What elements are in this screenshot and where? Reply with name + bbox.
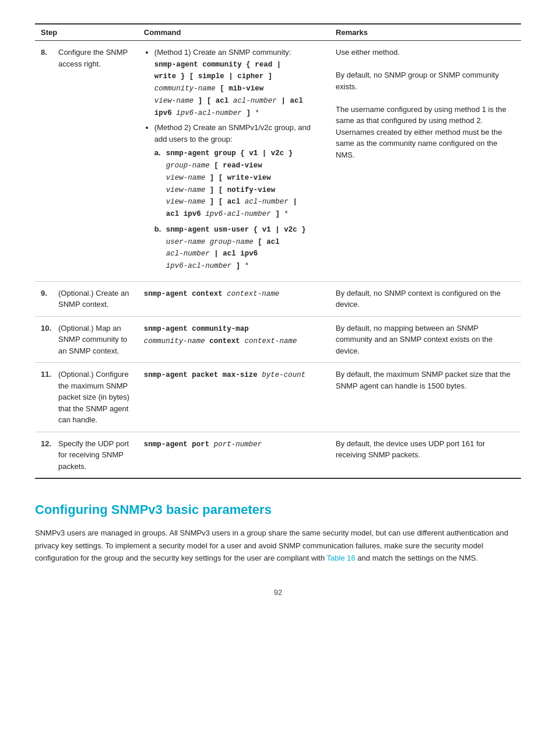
command-code-1: snmp-agent community { read |write } [ s… xyxy=(154,61,303,117)
command-cell: (Method 1) Create an SNMP community: snm… xyxy=(138,41,330,282)
step-cell: 12. Specify the UDP port for receiving S… xyxy=(35,432,138,478)
header-command: Command xyxy=(138,24,330,41)
remarks-cell-8: Use either method. By default, no SNMP g… xyxy=(330,41,521,282)
sub-cmd-b: snmp-agent usm-user { v1 | v2c } user-na… xyxy=(166,226,306,270)
header-step: Step xyxy=(35,24,138,41)
command-cell: snmp-agent port port-number xyxy=(138,432,330,478)
sub-command-list: a. snmp-agent group { v1 | v2c } group-n… xyxy=(154,147,324,272)
remark-10: By default, no mapping between an SNMP c… xyxy=(336,324,492,355)
remarks-cell-9: By default, no SNMP context is configure… xyxy=(330,281,521,316)
remark-8-2: By default, no SNMP group or SNMP commun… xyxy=(336,69,515,92)
command-cell: snmp-agent context context-name xyxy=(138,281,330,316)
page-number: 92 xyxy=(35,588,521,597)
command-item-2: (Method 2) Create an SNMPv1/v2c group, a… xyxy=(154,122,324,272)
step-description: (Optional.) Create an SNMP context. xyxy=(58,288,132,310)
remarks-cell-12: By default, the device uses UDP port 161… xyxy=(330,432,521,478)
step-number: 9. xyxy=(41,288,55,299)
step-number: 8. xyxy=(41,47,55,58)
step-number: 10. xyxy=(41,323,55,334)
table-row: 11. (Optional.) Configure the maximum SN… xyxy=(35,363,521,432)
table-16-link[interactable]: Table 16 xyxy=(327,554,356,562)
remark-9: By default, no SNMP context is configure… xyxy=(336,289,501,309)
command-code-9: snmp-agent context context-name xyxy=(144,290,280,298)
table-row: 9. (Optional.) Create an SNMP context. s… xyxy=(35,281,521,316)
table-row: 12. Specify the UDP port for receiving S… xyxy=(35,432,521,478)
command-text-1a: (Method 1) Create an SNMP community: xyxy=(154,48,291,57)
table-row: 10. (Optional.) Map an SNMP community to… xyxy=(35,316,521,363)
step-cell: 10. (Optional.) Map an SNMP community to… xyxy=(35,316,138,363)
step-description: Configure the SNMPaccess right. xyxy=(58,47,128,69)
section-snmpv3: Configuring SNMPv3 basic parameters SNMP… xyxy=(35,502,521,564)
sub-cmd-a: snmp-agent group { v1 | v2c } group-name… xyxy=(166,149,297,218)
remark-12: By default, the device uses UDP port 161… xyxy=(336,439,485,460)
sub-item-b: b. snmp-agent usm-user { v1 | v2c } user… xyxy=(154,223,324,272)
section-title: Configuring SNMPv3 basic parameters xyxy=(35,502,521,517)
command-code-10: snmp-agent community-map community-name … xyxy=(144,325,297,345)
step-description: (Optional.) Configure the maximum SNMP p… xyxy=(58,369,132,426)
step-cell: 8. Configure the SNMPaccess right. xyxy=(35,41,138,282)
main-table: Step Command Remarks 8. Configure the SN… xyxy=(35,23,521,479)
remark-11: By default, the maximum SNMP packet size… xyxy=(336,370,511,390)
command-list: (Method 1) Create an SNMP community: snm… xyxy=(144,47,324,272)
step-cell: 9. (Optional.) Create an SNMP context. xyxy=(35,281,138,316)
command-item-1: (Method 1) Create an SNMP community: snm… xyxy=(154,47,324,118)
step-description: Specify the UDP port for receiving SNMP … xyxy=(58,438,132,473)
remarks-cell-11: By default, the maximum SNMP packet size… xyxy=(330,363,521,432)
sub-item-a: a. snmp-agent group { v1 | v2c } group-n… xyxy=(154,147,324,220)
command-text-2a: (Method 2) Create an SNMPv1/v2c group, a… xyxy=(154,123,311,144)
step-number: 11. xyxy=(41,369,55,380)
remarks-cell-10: By default, no mapping between an SNMP c… xyxy=(330,316,521,363)
command-code-11: snmp-agent packet max-size byte-count xyxy=(144,371,306,379)
header-remarks: Remarks xyxy=(330,24,521,41)
section-body-end: and match the settings on the NMS. xyxy=(357,554,478,562)
command-code-12: snmp-agent port port-number xyxy=(144,440,262,449)
section-body: SNMPv3 users are managed in groups. All … xyxy=(35,527,521,564)
command-cell: snmp-agent community-map community-name … xyxy=(138,316,330,363)
step-number: 12. xyxy=(41,438,55,450)
table-row: 8. Configure the SNMPaccess right. (Meth… xyxy=(35,41,521,282)
command-cell: snmp-agent packet max-size byte-count xyxy=(138,363,330,432)
remark-8-3: The username configured by using method … xyxy=(336,104,515,161)
remark-8-1: Use either method. xyxy=(336,47,515,58)
step-description: (Optional.) Map an SNMP community to an … xyxy=(58,323,132,357)
step-cell: 11. (Optional.) Configure the maximum SN… xyxy=(35,363,138,432)
